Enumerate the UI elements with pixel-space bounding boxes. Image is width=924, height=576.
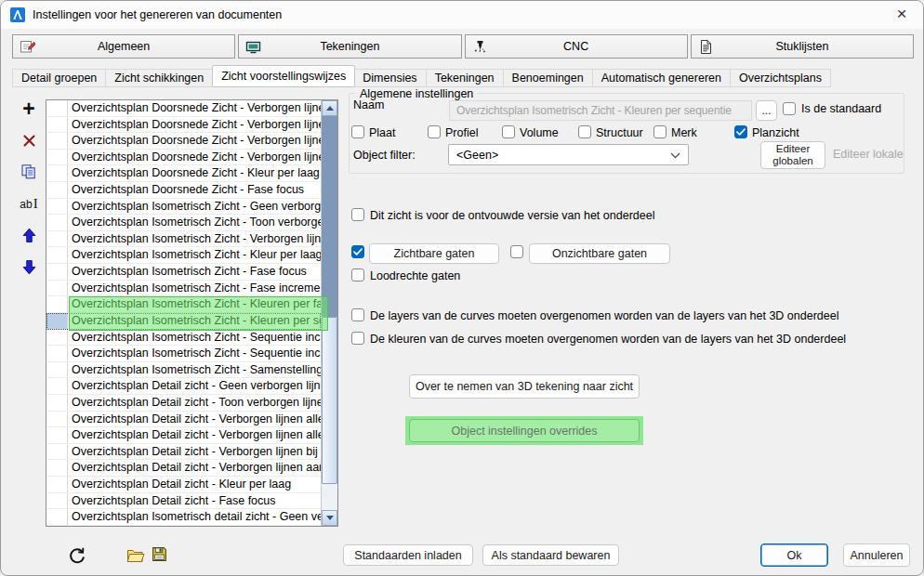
editeer-globalen-button[interactable]: Editeer globalen <box>760 141 825 169</box>
open-folder-icon[interactable] <box>126 548 146 566</box>
zichtbare-gaten-checkbox[interactable] <box>351 245 364 258</box>
list-item[interactable]: Overzichtsplan Isometrisch Zicht - Samen… <box>46 362 321 379</box>
row-label: Overzichtsplan Doorsnede Zicht - Verborg… <box>68 133 321 149</box>
list-item[interactable]: Overzichtsplan Isometrisch Zicht - Kleur… <box>46 313 321 330</box>
delete-x-icon[interactable] <box>17 130 41 151</box>
list-item[interactable]: Overzichtsplan Isometrisch Zicht - Fase … <box>46 264 321 281</box>
tab-detail-groepen[interactable]: Detail groepen <box>12 69 106 87</box>
ontvouwde-label: Dit zicht is voor de ontvouwde versie va… <box>370 209 654 222</box>
standaarden-inladen-button[interactable]: Standaarden inladen <box>343 544 473 566</box>
main-tab-algemeen[interactable]: Algemeen <box>12 34 235 59</box>
list-item[interactable]: Overzichtsplan Doorsnede Zicht - Fase fo… <box>46 182 321 199</box>
layers-curves-checkbox[interactable] <box>351 308 364 321</box>
list-item[interactable]: Overzichtsplan Isometrisch detail zicht … <box>46 509 321 526</box>
row-label: Overzichtsplan Detail zicht - Verborgen … <box>68 460 321 476</box>
list-item[interactable]: Overzichtsplan Isometrisch Zicht - Kleur… <box>46 296 321 313</box>
list-item[interactable]: Overzichtsplan Isometrisch Zicht - Verbo… <box>46 231 321 248</box>
close-icon[interactable]: × <box>880 1 923 29</box>
kleuren-curves-checkbox[interactable] <box>351 332 364 345</box>
scroll-up-icon[interactable] <box>322 100 337 116</box>
list-item[interactable]: Overzichtsplan Detail zicht - Verborgen … <box>46 412 321 428</box>
list-item[interactable]: Overzichtsplan Detail zicht - Toon verbo… <box>46 395 321 412</box>
row-marker-cell <box>46 378 68 394</box>
zichtbare-gaten-button[interactable]: Zichtbare gaten <box>369 243 499 264</box>
object-instellingen-overrides-button[interactable]: Object instellingen overrides <box>409 419 640 442</box>
loodrechte-gaten-checkbox[interactable] <box>351 268 364 281</box>
list-item[interactable]: Overzichtsplan Isometrisch Zicht - Geen … <box>46 199 321 216</box>
profiel-checkbox[interactable] <box>428 125 441 138</box>
row-label: Overzichtsplan Isometrisch Zicht - Samen… <box>68 362 321 378</box>
structuur-checkbox[interactable] <box>578 125 591 138</box>
list-item[interactable]: Overzichtsplan Doorsnede Zicht - Verborg… <box>46 150 321 166</box>
onzichtbare-gaten-checkbox[interactable] <box>510 245 523 258</box>
annuleren-button[interactable]: Annuleren <box>843 543 910 567</box>
row-label: Overzichtsplan Isometrisch Zicht - Kleur… <box>68 247 321 263</box>
app-logo-icon <box>10 7 25 22</box>
ok-button[interactable]: Ok <box>760 543 828 567</box>
tab-benoemingen[interactable]: Benoemingen <box>504 69 593 87</box>
row-label: Overzichtsplan Doorsnede Zicht - Kleur p… <box>68 165 321 181</box>
tab-overzichtsplans[interactable]: Overzichtsplans <box>731 69 831 87</box>
tab-zicht-schikkingen[interactable]: Zicht schikkingen <box>106 69 213 87</box>
merk-checkbox[interactable] <box>653 125 667 138</box>
list-item[interactable]: Overzichtsplan Isometrisch Zicht - Toon … <box>46 215 321 231</box>
list-item[interactable]: Overzichtsplan Isometrisch Zicht - Seque… <box>46 330 321 347</box>
als-standaard-bewaren-button[interactable]: Als standaard bewaren <box>482 544 619 566</box>
list-item[interactable]: Overzichtsplan Isometrisch Zicht - Kleur… <box>46 247 321 264</box>
browse-button[interactable]: ... <box>756 100 777 121</box>
list-item[interactable]: Overzichtsplan Detail zicht - Verborgen … <box>46 460 321 477</box>
titlebar: Instellingen voor het genereren van docu… <box>1 1 923 29</box>
list-item[interactable]: Overzichtsplan Isometrisch Zicht - Seque… <box>46 346 321 362</box>
is-standaard-checkbox[interactable] <box>783 102 796 115</box>
list-item[interactable]: Overzichtsplan Detail zicht - Geen verbo… <box>46 378 321 395</box>
main-tab-tekeningen[interactable]: Tekeningen <box>238 34 461 59</box>
planzicht-checkbox[interactable] <box>734 125 747 138</box>
scrollbar-track[interactable] <box>322 116 337 317</box>
list-item[interactable]: Overzichtsplan Detail zicht - Kleur per … <box>46 477 321 493</box>
row-label: Overzichtsplan Isometrisch Zicht - Kleur… <box>68 313 321 329</box>
list-scrollbar[interactable] <box>322 100 337 526</box>
tab-dimensies[interactable]: Dimensies <box>354 69 426 87</box>
tab-tekeningen[interactable]: Tekeningen <box>427 69 504 87</box>
copy-icon[interactable] <box>17 162 41 182</box>
tab-automatisch-genereren[interactable]: Automatisch genereren <box>593 69 731 87</box>
list-item[interactable]: Overzichtsplan Doorsnede Zicht - Verborg… <box>46 117 321 134</box>
ontvouwde-checkbox[interactable] <box>351 208 364 221</box>
volume-checkbox[interactable] <box>502 125 515 138</box>
row-label: Overzichtsplan Doorsnede Zicht - Verborg… <box>68 117 321 133</box>
row-marker-cell <box>46 182 68 198</box>
row-label: Overzichtsplan Isometrisch Zicht - Fase … <box>68 281 321 296</box>
main-tab-stuklijsten[interactable]: Stuklijsten <box>691 34 914 59</box>
row-marker-cell <box>46 150 68 165</box>
list-item[interactable]: Overzichtsplan Isometrisch Zicht - Fase … <box>46 281 321 297</box>
refresh-icon[interactable] <box>68 546 86 568</box>
scroll-down-icon[interactable] <box>322 510 337 526</box>
plaat-checkbox[interactable] <box>351 125 364 138</box>
arrow-up-icon[interactable] <box>17 225 41 245</box>
onzichtbare-gaten-button[interactable]: Onzichtbare gaten <box>529 243 670 264</box>
planzicht-label: Planzicht <box>752 126 799 139</box>
list-item[interactable]: Overzichtsplan Detail zicht - Verborgen … <box>46 427 321 444</box>
object-filter-select[interactable]: <Geen> <box>448 144 689 165</box>
list-doc-icon <box>698 39 714 55</box>
row-label: Overzichtsplan Detail zicht - Verborgen … <box>68 427 321 443</box>
list-rows: Overzichtsplan Doorsnede Zicht - Verborg… <box>46 100 322 526</box>
plus-icon[interactable]: + <box>17 98 41 119</box>
row-label: Overzichtsplan Detail zicht - Fase focus <box>68 493 321 509</box>
main-tab-cnc[interactable]: CNC <box>465 34 688 59</box>
tab-zicht-voorstellingswijzes[interactable]: Zicht voorstellingswijzes <box>212 65 355 87</box>
list-item[interactable]: Overzichtsplan Doorsnede Zicht - Verborg… <box>46 133 321 150</box>
overnemen-button[interactable]: Over te nemen van 3D tekening naar zicht <box>409 374 640 399</box>
list-item[interactable]: Overzichtsplan Detail zicht - Fase focus <box>46 493 321 510</box>
list-item[interactable]: Overzichtsplan Doorsnede Zicht - Verborg… <box>46 100 321 117</box>
arrow-down-icon[interactable] <box>17 256 41 277</box>
row-marker-cell <box>46 477 68 492</box>
list-item[interactable]: Overzichtsplan Detail zicht - Verborgen … <box>46 444 321 461</box>
row-marker-cell <box>46 231 68 247</box>
row-label: Overzichtsplan Doorsnede Zicht - Fase fo… <box>68 182 321 198</box>
save-icon[interactable] <box>152 546 167 565</box>
row-marker-cell <box>46 395 68 411</box>
list-item[interactable]: Overzichtsplan Doorsnede Zicht - Kleur p… <box>46 165 321 182</box>
rename-icon[interactable]: abI <box>17 193 41 214</box>
scrollbar-thumb[interactable] <box>322 317 337 484</box>
